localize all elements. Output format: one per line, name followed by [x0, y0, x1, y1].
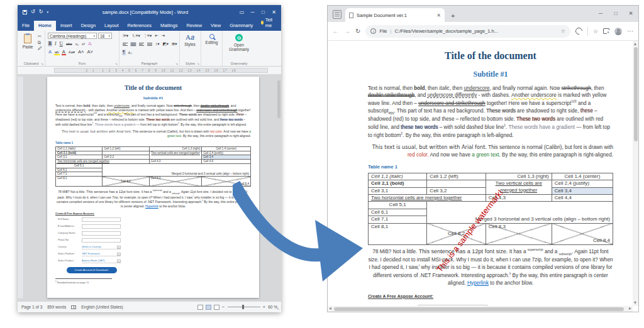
- bold-button[interactable]: B: [48, 41, 52, 47]
- back-icon[interactable]: ←: [333, 28, 339, 35]
- collapse-ribbon-icon[interactable]: ˄: [277, 307, 279, 311]
- zoom-slider[interactable]: [228, 307, 260, 307]
- browser-minimize-icon[interactable]: ─: [593, 6, 608, 21]
- forward-icon[interactable]: →: [344, 28, 350, 35]
- form-select[interactable]: Aspose.Words (.NET)▾: [82, 259, 121, 263]
- redo-icon[interactable]: ↻: [39, 9, 43, 14]
- multilevel-list-button[interactable]: ⋮≡▾: [143, 33, 153, 39]
- borders-button[interactable]: ⊞▾: [171, 41, 178, 47]
- word-doc-input-e-mail-address-[interactable]: [82, 224, 121, 229]
- word-doc-input-phone-no-[interactable]: [82, 238, 121, 243]
- browser-vscroll-thumb[interactable]: [634, 47, 638, 141]
- form-select[interactable]: .NET Framework▾: [82, 252, 121, 256]
- zoom-level[interactable]: 60 %: [268, 305, 277, 309]
- browser-hscroll-thumb[interactable]: [334, 307, 624, 311]
- open-grammarly-button[interactable]: G Open Grammarly: [225, 33, 253, 60]
- shading-button[interactable]: ◩▾: [162, 41, 169, 47]
- sort-button[interactable]: A↓: [128, 50, 133, 55]
- text-highlight-alt-icon[interactable]: A: [48, 49, 52, 55]
- bullets-button[interactable]: ⁝≡▾: [122, 33, 129, 39]
- tab-actions-icon[interactable]: [333, 10, 341, 19]
- web-layout-icon[interactable]: [214, 305, 219, 310]
- profile-avatar[interactable]: [614, 28, 622, 35]
- tell-me-button[interactable]: Tell me: [257, 15, 277, 31]
- browser-close-icon[interactable]: ✕: [623, 6, 638, 21]
- word-doc-input-full-name-[interactable]: [82, 217, 121, 222]
- zoom-slider-thumb[interactable]: [242, 305, 244, 309]
- align-left-button[interactable]: [122, 42, 128, 46]
- word-tab-insert[interactable]: Insert: [56, 21, 77, 31]
- highlight-color-button[interactable]: ab: [54, 50, 60, 55]
- styles-dialog-launcher[interactable]: ↘: [197, 62, 199, 65]
- word-page[interactable]: Title of the documentSubtitle #1Text is …: [47, 77, 259, 298]
- word-tab-design[interactable]: Design: [77, 21, 100, 31]
- word-tab-view[interactable]: View: [206, 21, 225, 31]
- new-tab-button[interactable]: +: [445, 12, 461, 22]
- add-favorite-icon[interactable]: ☆: [561, 28, 565, 34]
- ruler-scale[interactable]: 2 · 1 · · 1 · 2 · 3 · 4 · 5 · 6 · 7 · 8 …: [54, 68, 268, 73]
- font-size-combo[interactable]: 18 ▾: [98, 33, 112, 39]
- browser-essentials-icon[interactable]: [574, 26, 584, 36]
- dropdown-arrow-icon[interactable]: ▾: [117, 246, 121, 249]
- qat-customize-icon[interactable]: ▾: [47, 11, 48, 14]
- format-painter-icon[interactable]: 🖉: [38, 46, 42, 51]
- refresh-icon[interactable]: ↻: [355, 28, 360, 35]
- scroll-down-icon[interactable]: [634, 302, 636, 304]
- align-right-button[interactable]: [138, 42, 145, 46]
- word-vertical-scrollbar[interactable]: [277, 75, 280, 300]
- hyperlink[interactable]: Hyperlink: [467, 280, 489, 286]
- scroll-right-icon[interactable]: [629, 307, 631, 310]
- cut-icon[interactable]: ✂: [38, 34, 42, 39]
- font-color-button[interactable]: A: [62, 49, 66, 55]
- underline-button[interactable]: U: [59, 41, 64, 47]
- language-indicator[interactable]: English (United States): [81, 305, 123, 309]
- paste-button[interactable]: Paste: [20, 33, 35, 60]
- tab-close-icon[interactable]: ✕: [436, 13, 441, 18]
- grow-font-button[interactable]: A˄: [77, 49, 84, 55]
- zoom-out-button[interactable]: −: [222, 304, 225, 310]
- strikethrough-button[interactable]: abc: [65, 41, 73, 46]
- proofing-icon[interactable]: [71, 305, 76, 309]
- browser-maximize-icon[interactable]: □: [608, 6, 623, 21]
- font-dialog-launcher[interactable]: ↘: [115, 62, 118, 65]
- browser-content[interactable]: Title of the documentSubtitle #1Text is …: [328, 41, 638, 312]
- word-tab-mailings[interactable]: Mailings: [156, 21, 182, 31]
- address-bar[interactable]: i File | C:/Files/Viewer/sample_docx/sam…: [365, 25, 570, 38]
- align-center-button[interactable]: [130, 42, 136, 46]
- word-tab-review[interactable]: Review: [182, 21, 206, 31]
- more-menu-icon[interactable]: ···: [627, 28, 633, 35]
- word-count[interactable]: 859 words: [47, 305, 66, 309]
- favorites-icon[interactable]: ☆: [593, 28, 598, 35]
- print-layout-icon[interactable]: [206, 305, 211, 310]
- dropdown-arrow-icon[interactable]: ▾: [117, 260, 121, 263]
- superscript-button[interactable]: x²: [81, 41, 86, 46]
- copy-icon[interactable]: ⧉: [38, 40, 42, 45]
- scroll-up-icon[interactable]: [634, 43, 636, 45]
- word-tab-grammarly[interactable]: Grammarly: [225, 21, 257, 31]
- italic-button[interactable]: I: [54, 41, 57, 47]
- styles-button[interactable]: A𝑎 Styles: [182, 33, 197, 60]
- undo-icon[interactable]: ↺: [31, 9, 35, 14]
- shrink-font-button[interactable]: A˅: [86, 49, 93, 55]
- paragraph-dialog-launcher[interactable]: ↘: [175, 62, 178, 65]
- word-doc-input-company-name-[interactable]: [82, 231, 121, 236]
- word-tab-home[interactable]: Home: [34, 21, 56, 31]
- save-icon[interactable]: [23, 10, 27, 14]
- subscript-button[interactable]: x₂: [75, 41, 79, 46]
- change-case-button[interactable]: Aa▾: [68, 50, 75, 55]
- hyperlink[interactable]: Hyperlink: [145, 204, 158, 208]
- scroll-left-icon[interactable]: [329, 307, 331, 310]
- page-info-icon[interactable]: i: [370, 28, 376, 34]
- page-indicator[interactable]: Page 1 of 3: [21, 305, 42, 309]
- ribbon-display-options-icon[interactable]: ▭: [237, 7, 247, 17]
- browser-horizontal-scrollbar[interactable]: [328, 306, 633, 312]
- form-select[interactable]: (Select a Country)▾: [82, 245, 121, 249]
- justify-button[interactable]: [147, 42, 153, 46]
- word-tab-file[interactable]: File: [18, 21, 34, 31]
- collections-icon[interactable]: [603, 28, 609, 34]
- show-marks-button[interactable]: ¶: [122, 50, 126, 55]
- word-tab-references[interactable]: References: [123, 21, 156, 31]
- word-tab-layout[interactable]: Layout: [100, 21, 123, 31]
- zoom-in-button[interactable]: +: [263, 304, 266, 310]
- word-scrollbar-thumb[interactable]: [277, 80, 280, 118]
